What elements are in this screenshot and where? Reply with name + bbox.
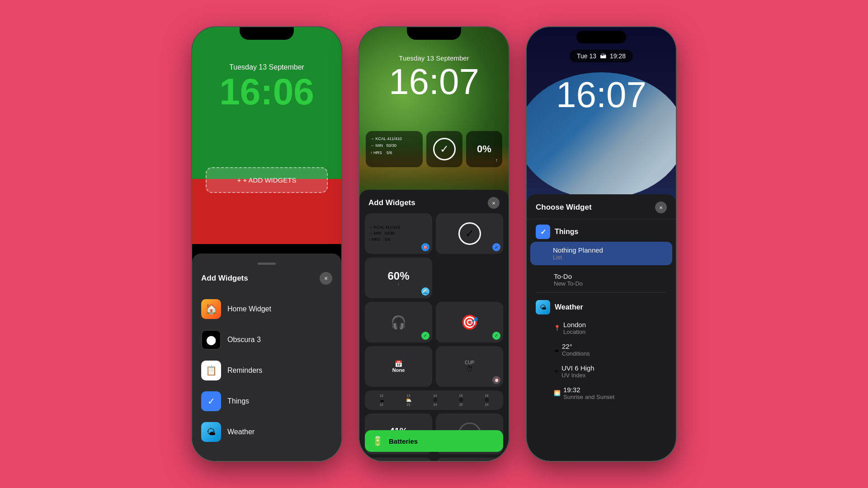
panel2-close-button[interactable]: × [488, 197, 500, 209]
london-content: London Location [563, 321, 586, 335]
cal-day-14: 14 ⚙ 24 [433, 394, 438, 406]
weather-icon: 🌤 [201, 422, 221, 442]
phone1-date: Tuesday 13 September [192, 63, 341, 71]
cw-title-row: Choose Widget × [527, 194, 676, 219]
kcal-badge: 🎯 [421, 243, 429, 251]
add-widgets-label: + ADD WIDGETS [243, 176, 297, 184]
list-item-obscura[interactable]: ⬤ Obscura 3 [192, 324, 341, 355]
obscura-icon: ⬤ [201, 330, 221, 350]
things-label: Things [227, 397, 249, 405]
cup-label: CUP [465, 360, 474, 365]
phone2-widgets-area: → KCAL 411/410→ MIN 50/30↑ HRS 5/6 ✓ 0% … [366, 131, 502, 167]
weather-section-header: 🌤 Weather [527, 295, 676, 317]
wg-lights-cell[interactable]: 💡 Lights None Responding 🔶 [436, 458, 503, 461]
cloud-icon: 🌤 [540, 304, 546, 311]
phone-3: Tue 13 🏔 19:28 16:07 Choose Widget × ✓ T… [527, 27, 676, 461]
kcal-text: → KCAL 411/410→ MIN 50/30↑ HRS 5/6 [370, 136, 418, 156]
add-widgets-panel-2: Add Widgets × → KCAL 411/410→ MIN 50/30↑… [359, 190, 509, 461]
notch [240, 27, 294, 40]
wg-weather-bottom-cell[interactable]: ☁ 22° Partly Cloudy H:31° L:18° 🌊 [365, 458, 432, 461]
status-date: Tue 13 [577, 52, 596, 60]
todo-name: To-Do [554, 272, 667, 280]
check-circle: ✓ [433, 138, 456, 160]
target-badge: ✓ [492, 332, 500, 340]
airpods-icon: 🎧 [391, 315, 406, 330]
list-item-things[interactable]: ✓ Things [192, 386, 341, 417]
panel-title: Add Widgets [201, 274, 248, 283]
sunrise-content: 19:32 Sunrise and Sunset [563, 386, 614, 400]
none-label: None [392, 367, 405, 373]
target-icon: 🎯 [461, 314, 479, 331]
wg-calendar-row-cell[interactable]: 12 ☁ 22 13 ⛅ 23 14 ⚙ 24 15 [365, 390, 503, 410]
conditions-content: 22° Conditions [562, 343, 590, 357]
things-icon: ✓ [201, 391, 221, 411]
conditions-name: 22° [562, 343, 590, 350]
status-content: Tue 13 🏔 19:28 [570, 50, 633, 62]
wg-kcal-cell[interactable]: → KCAL 411/410→ MIN 50/30↑ HRS 5/6 🎯 [365, 213, 432, 254]
sunrise-name: 19:32 [563, 386, 614, 394]
wg-60pct-cell[interactable]: 60% ↑ 🌊 [365, 258, 432, 298]
phone2-time: 16:07 [359, 64, 509, 100]
uvi-row: ☀ UVI 6 High UV Index [554, 364, 667, 379]
batteries-label: Batteries [389, 437, 418, 445]
wg-none-content: 📅 None [392, 360, 405, 373]
weather-item-london[interactable]: 📍 London Location [527, 317, 676, 339]
phone-2: Tuesday 13 September 16:07 → KCAL 411/41… [359, 27, 509, 461]
panel2-title: Add Widgets [368, 198, 415, 207]
uvi-sub: UV Index [561, 372, 594, 379]
check-badge: ✓ [492, 243, 500, 251]
airpods-badge: ✓ [421, 332, 429, 340]
conditions-icon: ☁ [554, 347, 559, 353]
up-arrow-icon: ↑ [495, 158, 498, 163]
cup-content: CUP ⏱ [465, 360, 474, 373]
list-item-home[interactable]: 🏠 Home Widget [192, 294, 341, 324]
wg-none-cell[interactable]: 📅 None [365, 346, 432, 387]
kcal-widget: → KCAL 411/410→ MIN 50/30↑ HRS 5/6 [366, 131, 423, 167]
wg-airpods-cell[interactable]: 🎧 ✓ [365, 302, 432, 343]
choose-widget-panel: Choose Widget × ✓ Things Nothing Planned… [527, 194, 676, 461]
widgets-grid-4: ☁ 22° Partly Cloudy H:31° L:18° 🌊 💡 Ligh… [359, 458, 509, 461]
conditions-row: ☁ 22° Conditions [554, 343, 667, 357]
home-widget-icon: 🏠 [201, 299, 221, 319]
wg-target-cell[interactable]: 🎯 ✓ [436, 302, 503, 343]
panel-handle [258, 263, 276, 265]
plus-icon: + [237, 176, 241, 184]
wg-60pct-sub: ↑ [387, 282, 409, 286]
nothing-planned-name: Nothing Planned [553, 246, 667, 254]
weather-item-conditions[interactable]: ☁ 22° Conditions [527, 339, 676, 361]
pct-widget: 0% ↑ [466, 131, 502, 167]
phone1-time-area: Tuesday 13 September 16:06 [192, 63, 341, 110]
reminders-label: Reminders [227, 366, 262, 375]
cw-close-button[interactable]: × [655, 202, 667, 213]
uvi-name: UVI 6 High [561, 364, 594, 372]
pct-label: 0% [477, 143, 491, 155]
panel2-title-row: Add Widgets × [359, 190, 509, 213]
london-sub: Location [563, 328, 586, 335]
weather-section-name: Weather [555, 303, 583, 311]
add-widgets-button[interactable]: + + ADD WIDGETS [206, 167, 328, 193]
list-item-weather[interactable]: 🌤 Weather [192, 417, 341, 447]
panel-title-row: Add Widgets × [192, 272, 341, 285]
list-item-reminders[interactable]: 📋 Reminders [192, 355, 341, 386]
add-widgets-panel: Add Widgets × 🏠 Home Widget ⬤ Obscura 3 … [192, 253, 341, 461]
widgets-grid: → KCAL 411/410→ MIN 50/30↑ HRS 5/6 🎯 ✓ ✓… [359, 213, 509, 302]
wg-60pct-label: 60% [387, 270, 409, 282]
spacer [527, 265, 676, 269]
wg-check-cell[interactable]: ✓ ✓ [436, 213, 503, 254]
things-section-name: Things [555, 228, 578, 236]
sunrise-sub: Sunrise and Sunset [563, 394, 614, 400]
batteries-bar[interactable]: 🔋 Batteries [365, 430, 503, 452]
cw-title: Choose Widget [536, 203, 592, 212]
cup-icon: ⏱ [465, 365, 474, 373]
calendar-icon: 📅 [392, 360, 405, 367]
phone2-time-area: Tuesday 13 September 16:07 [359, 54, 509, 100]
phone2-date: Tuesday 13 September [359, 54, 509, 62]
weather-item-uvi[interactable]: ☀ UVI 6 High UV Index [527, 361, 676, 382]
nothing-planned-sub: List [553, 254, 667, 261]
things-item-todo[interactable]: To-Do New To-Do [527, 269, 676, 291]
things-item-nothing-planned[interactable]: Nothing Planned List [530, 242, 672, 265]
panel-close-button[interactable]: × [320, 272, 332, 285]
wg-cup-cell[interactable]: CUP ⏱ ⏰ [436, 346, 503, 387]
weather-item-sunrise[interactable]: 🌅 19:32 Sunrise and Sunset [527, 382, 676, 404]
sun-icon: ☀ [554, 368, 559, 375]
